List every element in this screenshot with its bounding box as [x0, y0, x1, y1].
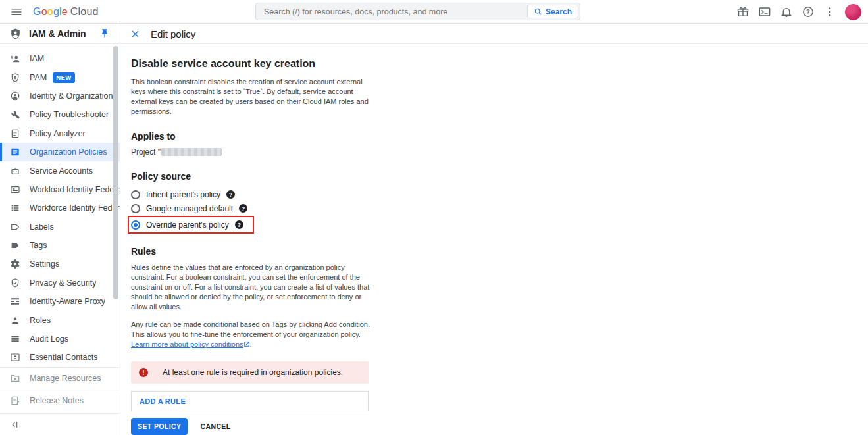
- error-message: At least one rule is required in organiz…: [163, 368, 343, 377]
- sidebar: IAMPAMNEWIdentity & OrganizationPolicy T…: [0, 44, 120, 435]
- radio-option-google-managed-default[interactable]: Google-managed default?: [131, 201, 868, 215]
- shield-check-icon: [10, 278, 20, 288]
- sidebar-item-workforce-identity-federa[interactable]: Workforce Identity Federa...: [0, 199, 120, 217]
- sidebar-item-iam[interactable]: IAM: [0, 49, 120, 68]
- contact-icon: [10, 352, 20, 363]
- search-icon: [534, 7, 542, 16]
- more-icon[interactable]: [823, 5, 836, 18]
- sidebar-item-policy-troubleshooter[interactable]: Policy Troubleshooter: [0, 105, 120, 124]
- sidebar-item-label: Audit Logs: [30, 334, 68, 344]
- list-icon: [10, 203, 20, 213]
- gift-icon[interactable]: [736, 5, 750, 18]
- wrench-icon: [10, 109, 20, 120]
- sidebar-item-label: Policy Analyzer: [30, 129, 86, 138]
- sidebar-scrollbar[interactable]: [113, 46, 118, 299]
- pin-icon[interactable]: [99, 28, 110, 39]
- applies-to-value: Project ": [131, 147, 868, 157]
- action-buttons: SET POLICY CANCEL: [131, 418, 868, 435]
- google-cloud-logo[interactable]: GoogleCloud: [33, 6, 99, 18]
- radio-selected-icon[interactable]: [131, 220, 140, 230]
- sidebar-item-audit-logs[interactable]: Audit Logs: [0, 330, 120, 348]
- sidebar-item-pam[interactable]: PAMNEW: [0, 68, 120, 86]
- sidebar-item-service-accounts[interactable]: Service Accounts: [0, 161, 120, 180]
- radio-icon[interactable]: [131, 204, 140, 213]
- sidebar-item-labels[interactable]: Labels: [0, 218, 120, 236]
- cloud-shell-icon[interactable]: [758, 5, 771, 18]
- rules-paragraph-2-text: Any rule can be made conditional based o…: [131, 320, 370, 338]
- sidebar-item-label: Settings: [30, 259, 59, 269]
- logo-google-text: Google: [33, 6, 68, 17]
- policy-conditions-link[interactable]: Learn more about policy conditions: [131, 340, 243, 348]
- add-a-rule-label: ADD A RULE: [140, 397, 186, 405]
- folder-gear-icon: [10, 373, 20, 384]
- sidebar-item-roles[interactable]: Roles: [0, 311, 120, 329]
- external-link-icon: [243, 340, 250, 347]
- highlight-annotation-box: Override parent's policy?: [128, 216, 254, 234]
- radio-option-label: Inherit parent's policy: [146, 190, 220, 199]
- secondary-header: IAM & Admin Edit policy: [0, 24, 868, 44]
- add-a-rule-button[interactable]: ADD A RULE: [131, 391, 369, 411]
- cancel-button[interactable]: CANCEL: [200, 422, 230, 430]
- search-bar: Search: [255, 3, 580, 20]
- collapse-icon: [10, 420, 20, 430]
- help-icon[interactable]: ?: [239, 204, 247, 213]
- set-policy-button[interactable]: SET POLICY: [131, 418, 188, 435]
- radio-option-override-parent-s-policy[interactable]: Override parent's policy?: [131, 218, 243, 232]
- rules-paragraph-2: Any rule can be made conditional based o…: [131, 320, 373, 349]
- redacted-project-name: [161, 148, 222, 156]
- rules-heading: Rules: [131, 246, 868, 257]
- notifications-icon[interactable]: [780, 5, 793, 18]
- identity-icon: [10, 91, 20, 101]
- page-header: Edit policy: [120, 24, 868, 43]
- proxy-icon: [10, 296, 20, 307]
- sidebar-item-label: PAM: [30, 73, 47, 82]
- sidebar-item-label: Policy Troubleshooter: [30, 110, 109, 119]
- sidebar-item-workload-identity-federat[interactable]: Workload Identity Federat...: [0, 180, 120, 199]
- collapse-sidebar-button[interactable]: [0, 413, 119, 435]
- sidebar-item-identity-aware-proxy[interactable]: Identity-Aware Proxy: [0, 292, 120, 311]
- sidebar-item-label: Manage Resources: [30, 374, 101, 383]
- sidebar-item-policy-analyzer[interactable]: Policy Analyzer: [0, 124, 120, 143]
- sidebar-item-label: IAM: [30, 54, 44, 63]
- article-icon: [10, 147, 20, 157]
- constraint-title: Disable service account key creation: [131, 58, 868, 70]
- menu-icon[interactable]: [10, 5, 23, 18]
- help-icon[interactable]: [802, 5, 815, 18]
- sidebar-item-tags[interactable]: Tags: [0, 236, 120, 255]
- sidebar-item-privacy-security[interactable]: Privacy & Security: [0, 274, 120, 292]
- iam-admin-shield-icon: [9, 28, 22, 40]
- sidebar-item-identity-organization[interactable]: Identity & Organization: [0, 87, 120, 105]
- help-icon[interactable]: ?: [235, 220, 243, 229]
- topbar-icon-strip: [736, 0, 861, 24]
- sidebar-item-manage-resources[interactable]: Manage Resources: [0, 368, 120, 390]
- close-icon[interactable]: [130, 29, 140, 39]
- sidebar-item-release-notes[interactable]: Release Notes: [0, 390, 120, 412]
- rules-paragraph-1: Rules define the values that are enforce…: [131, 263, 373, 312]
- search-button-label: Search: [546, 7, 572, 16]
- rows-icon: [10, 334, 20, 344]
- constraint-description: This boolean constraint disables the cre…: [131, 77, 371, 116]
- sidebar-item-organization-policies[interactable]: Organization Policies: [0, 143, 120, 161]
- sidebar-item-label: Service Accounts: [30, 166, 93, 176]
- sidebar-item-label: Organization Policies: [30, 147, 107, 157]
- sidebar-item-essential-contacts[interactable]: Essential Contacts: [0, 348, 120, 367]
- sidebar-item-label: Essential Contacts: [30, 353, 98, 362]
- sidebar-item-label: Workload Identity Federat...: [30, 185, 120, 194]
- error-banner: ! At least one rule is required in organ…: [131, 361, 369, 384]
- sidebar-item-label: Identity-Aware Proxy: [30, 297, 105, 306]
- doc-edit-icon: [10, 396, 20, 406]
- tag-icon: [10, 240, 20, 251]
- new-badge: NEW: [53, 72, 74, 83]
- avatar[interactable]: [845, 4, 861, 20]
- help-icon[interactable]: ?: [226, 190, 235, 199]
- radio-option-inherit-parent-s-policy[interactable]: Inherit parent's policy?: [131, 188, 868, 201]
- sidebar-item-label: Workforce Identity Federa...: [30, 203, 120, 213]
- search-button[interactable]: Search: [527, 5, 578, 18]
- doc-list-icon: [10, 128, 20, 139]
- sidebar-item-label: Release Notes: [30, 396, 84, 405]
- robot-icon: [10, 166, 20, 176]
- sidebar-item-settings[interactable]: Settings: [0, 255, 120, 273]
- project-prefix: Project ": [131, 147, 161, 157]
- page-title: Edit policy: [151, 28, 195, 39]
- radio-icon[interactable]: [131, 190, 140, 199]
